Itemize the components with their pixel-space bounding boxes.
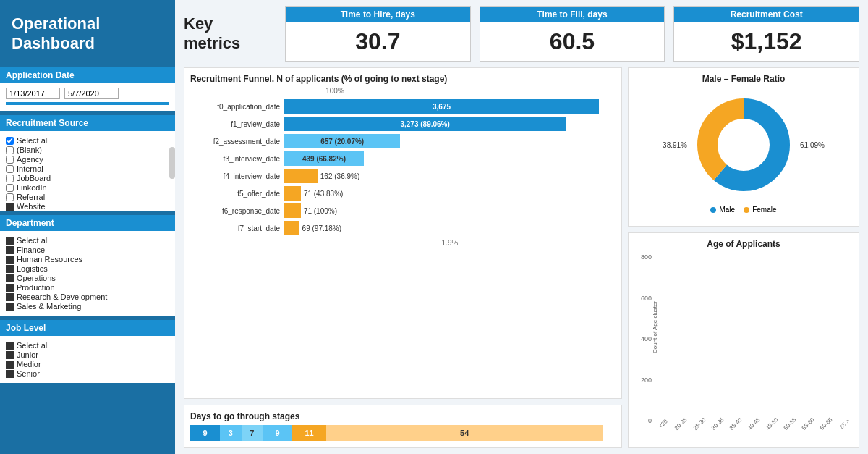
kpi-card-header: Time to Hire, days bbox=[286, 7, 470, 22]
funnel-row-label: f2_assessment_date bbox=[190, 138, 284, 146]
sidebar-filters: Application Date Recruitment Source bbox=[0, 67, 175, 454]
date-from-input[interactable] bbox=[6, 88, 60, 99]
funnel-bar-container: 162 (36.9%) bbox=[284, 169, 616, 183]
kpi-label: Key metrics bbox=[184, 14, 240, 53]
female-legend-label: Female bbox=[752, 206, 776, 214]
list-item[interactable]: Operations bbox=[6, 274, 169, 282]
funnel-bar: 3,675 bbox=[284, 99, 599, 114]
age-bars-wrapper: Count of Age cluster <20 20-25 bbox=[655, 252, 853, 440]
list-item[interactable]: Select all bbox=[6, 341, 169, 350]
list-item[interactable]: Agency bbox=[6, 155, 169, 164]
age-bar-col-55-60: 55-60 bbox=[800, 419, 817, 427]
days-segment-2: 7 bbox=[242, 425, 263, 441]
list-item[interactable]: Select all bbox=[6, 136, 169, 145]
list-item[interactable]: JobBoard bbox=[6, 174, 169, 182]
kpi-cards: Time to Hire, days 30.7 Time to Fill, da… bbox=[285, 6, 859, 62]
list-item[interactable]: Website bbox=[6, 202, 169, 211]
y-label: 200 bbox=[641, 377, 652, 384]
funnel-bar: 439 (66.82%) bbox=[284, 151, 364, 166]
gender-ratio-chart-box: Male – Female Ratio 38.91% bbox=[628, 67, 859, 227]
filter-department-header: Department bbox=[0, 215, 175, 231]
list-item[interactable]: Internal bbox=[6, 164, 169, 173]
kpi-card-value: $1,152 bbox=[674, 22, 859, 61]
funnel-bar-container: 3,273 (89.06%) bbox=[284, 117, 616, 131]
age-y-title: Count of Age cluster bbox=[652, 301, 658, 353]
male-pct-label: 61.09% bbox=[800, 141, 825, 149]
age-x-label: 55-60 bbox=[801, 416, 816, 432]
filter-application-date: Application Date bbox=[0, 67, 175, 111]
funnel-bar bbox=[284, 169, 318, 183]
age-bar-col-lt20: <20 bbox=[655, 419, 671, 427]
funnel-bar-container: 69 (97.18%) bbox=[284, 221, 616, 235]
age-bar-col-45-50: 45-50 bbox=[764, 419, 780, 427]
y-label: 400 bbox=[641, 335, 652, 342]
days-segment-0: 9 bbox=[190, 425, 220, 441]
funnel-outside-label: 71 (43.83%) bbox=[304, 190, 343, 198]
scrollbar[interactable] bbox=[169, 147, 175, 179]
list-item[interactable]: Select all bbox=[6, 236, 169, 245]
date-slider[interactable] bbox=[6, 102, 169, 105]
filter-application-date-header: Application Date bbox=[0, 67, 175, 83]
kpi-card-value: 30.7 bbox=[286, 22, 470, 61]
age-bar-col-50-55: 50-55 bbox=[782, 419, 799, 427]
funnel-outside-label: 71 (100%) bbox=[304, 207, 337, 215]
filter-job-level-header: Job Level bbox=[0, 320, 175, 336]
funnel-row-0: f0_application_date 3,675 bbox=[190, 98, 616, 114]
list-item-logistics[interactable]: Logistics bbox=[6, 264, 169, 273]
funnel-bar bbox=[284, 221, 299, 235]
age-x-label: 25-30 bbox=[692, 416, 707, 432]
date-to-input[interactable] bbox=[64, 88, 119, 99]
funnel-100-label: 100% bbox=[326, 87, 344, 95]
list-item[interactable]: LinkedIn bbox=[6, 183, 169, 192]
filter-application-date-body bbox=[0, 83, 175, 111]
kpi-card-value: 60.5 bbox=[480, 22, 665, 61]
age-bars-row: <20 20-25 25-30 bbox=[655, 252, 853, 440]
female-pct-label: 38.91% bbox=[663, 141, 687, 149]
age-x-label: <20 bbox=[658, 419, 669, 430]
color-swatch bbox=[6, 203, 14, 211]
list-item[interactable]: Human Resources bbox=[6, 255, 169, 264]
age-bar-col-25-30: 25-30 bbox=[691, 419, 707, 427]
funnel-row-label: f3_interview_date bbox=[190, 155, 284, 163]
list-item[interactable]: (Blank) bbox=[6, 146, 169, 154]
funnel-bar-container: 71 (100%) bbox=[284, 203, 616, 218]
male-legend-label: Male bbox=[719, 206, 735, 214]
funnel-row-7: f7_start_date 69 (97.18%) bbox=[190, 220, 616, 236]
slider-track bbox=[6, 102, 169, 105]
list-item[interactable]: Junior bbox=[6, 350, 169, 359]
kpi-card-time-to-hire: Time to Hire, days 30.7 bbox=[285, 6, 471, 62]
funnel-outside-label: 162 (36.9%) bbox=[320, 172, 359, 180]
age-x-label: 40-45 bbox=[746, 416, 762, 432]
filter-recruitment-source-body: Select all (Blank) Agency Internal JobBo… bbox=[0, 131, 175, 211]
donut-wrapper: 38.91% 61.09% bbox=[634, 88, 853, 201]
list-item[interactable]: Referral bbox=[6, 193, 169, 201]
age-x-label: 45-50 bbox=[765, 416, 780, 432]
age-chart-inner: 800 600 400 200 0 Count of Age cluster bbox=[634, 252, 853, 440]
list-item[interactable]: Research & Development bbox=[6, 293, 169, 301]
list-item[interactable]: Production bbox=[6, 283, 169, 292]
charts-left: Recruitment Funnel. N of applicants (% o… bbox=[184, 67, 622, 448]
age-bar-col-20-25: 20-25 bbox=[673, 419, 689, 427]
days-segment-3: 9 bbox=[263, 425, 292, 441]
funnel-chart-content: 100% f0_application_date 3,675 f1_review… bbox=[190, 87, 616, 247]
funnel-bar-container: 439 (66.82%) bbox=[284, 151, 616, 166]
filter-department: Department Select all Finance Human Reso… bbox=[0, 215, 175, 316]
age-bar-col-30-35: 30-35 bbox=[709, 419, 726, 427]
age-x-label: 65 > bbox=[838, 418, 851, 431]
list-item[interactable]: Finance bbox=[6, 245, 169, 254]
list-item[interactable]: Medior bbox=[6, 360, 169, 369]
list-item[interactable]: Sales & Marketing bbox=[6, 302, 169, 311]
age-x-label: 50-55 bbox=[783, 416, 798, 432]
age-bar-col-40-45: 40-45 bbox=[745, 419, 762, 427]
charts-right: Male – Female Ratio 38.91% bbox=[628, 67, 859, 448]
kpi-card-recruitment-cost: Recruitment Cost $1,152 bbox=[673, 6, 859, 62]
female-legend-dot bbox=[744, 207, 749, 213]
days-segment-5: 54 bbox=[326, 425, 603, 441]
list-item[interactable]: Senior bbox=[6, 369, 169, 378]
donut-hole bbox=[718, 119, 769, 170]
funnel-row-4: f4_interview_date 162 (36.9%) bbox=[190, 168, 616, 184]
age-bar-col-35-40: 35-40 bbox=[727, 419, 744, 427]
funnel-row-label: f4_interview_date bbox=[190, 172, 284, 180]
age-x-label: 35-40 bbox=[728, 416, 744, 432]
funnel-row-label: f7_start_date bbox=[190, 224, 284, 232]
